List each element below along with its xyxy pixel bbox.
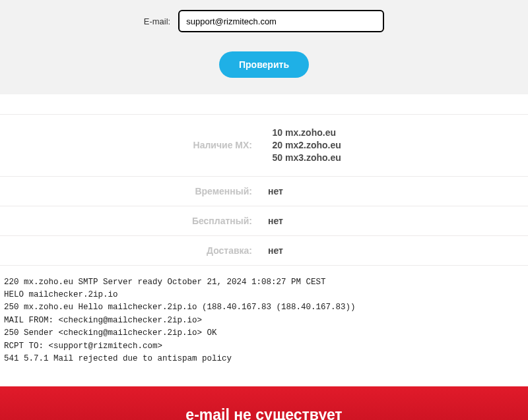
temporary-label: Временный: <box>0 186 264 196</box>
mx-priority: 20 <box>268 139 282 152</box>
mx-record: 10mx.zoho.eu <box>268 127 528 139</box>
mx-host: mx.zoho.eu <box>285 127 336 138</box>
mx-priority: 10 <box>268 127 282 139</box>
mx-record: 50mx3.zoho.eu <box>268 152 528 164</box>
submit-row: Проверить <box>0 51 528 78</box>
smtp-log: 220 mx.zoho.eu SMTP Server ready October… <box>0 266 528 387</box>
results-section: Наличие MX: 10mx.zoho.eu20mx2.zoho.eu50m… <box>0 94 528 266</box>
email-input[interactable] <box>178 10 384 32</box>
free-value: нет <box>264 216 528 226</box>
mx-priority: 50 <box>268 152 282 164</box>
email-form-row: E-mail: <box>0 7 528 42</box>
mx-label: Наличие MX: <box>0 140 264 150</box>
mx-record: 20mx2.zoho.eu <box>268 139 528 152</box>
result-row-temporary: Временный: нет <box>0 177 528 206</box>
result-row-delivery: Доставка: нет <box>0 236 528 266</box>
temporary-value: нет <box>264 186 528 196</box>
result-row-free: Бесплатный: нет <box>0 206 528 236</box>
status-banner: e-mail не существует <box>0 386 528 420</box>
check-button[interactable]: Проверить <box>219 51 309 78</box>
delivery-label: Доставка: <box>0 245 264 256</box>
mx-value: 10mx.zoho.eu20mx2.zoho.eu50mx3.zoho.eu <box>264 127 528 164</box>
free-label: Бесплатный: <box>0 216 264 226</box>
email-label: E-mail: <box>144 16 170 26</box>
result-row-mx: Наличие MX: 10mx.zoho.eu20mx2.zoho.eu50m… <box>0 114 528 177</box>
mx-host: mx3.zoho.eu <box>285 152 341 163</box>
delivery-value: нет <box>264 245 528 256</box>
mx-host: mx2.zoho.eu <box>285 140 341 150</box>
form-section: E-mail: Проверить <box>0 0 528 94</box>
